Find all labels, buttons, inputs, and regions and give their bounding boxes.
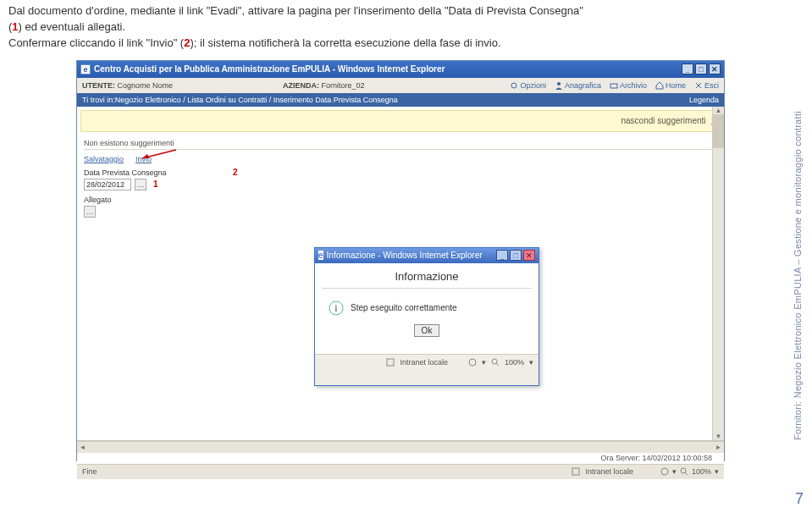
utente-value: Cognome Nome [118,81,174,90]
window-title: Centro Acquisti per la Pubblica Amminist… [94,64,445,74]
legend-link[interactable]: Legenda [689,96,719,104]
dialog-heading: Informazione [322,267,532,289]
zone-icon [572,467,580,476]
svg-rect-5 [572,468,579,475]
page-number: 7 [795,490,804,508]
side-label-area: Fornitori: Negozio Elettronico EmPULIA –… [790,85,805,440]
instr-line2c: ); il sistema notificherà la corretta es… [190,36,500,49]
person-icon [555,81,563,90]
svg-rect-2 [610,84,617,88]
server-time: Ora Server: 14/02/2012 10:00:58 [77,453,724,464]
svg-line-8 [685,472,688,475]
salvataggio-link[interactable]: Salvataggio [84,155,124,163]
dialog-zoom-level: 100% [505,358,524,367]
svg-point-0 [511,83,516,88]
scroll-down-icon[interactable]: ▼ [713,433,724,440]
protected-mode-icon [468,358,477,367]
ie-icon: e [80,64,91,74]
scroll-thumb[interactable] [713,114,724,148]
home-icon [655,81,664,90]
link-archivio[interactable]: Archivio [610,81,647,90]
dialog-minimize-button[interactable]: _ [496,250,508,261]
browser-status-bar: Fine Intranet locale ▾ 100% ▾ [77,464,724,479]
scroll-right-icon[interactable]: ► [713,444,724,451]
link-home[interactable]: Home [655,81,686,90]
dialog-status-bar: Intranet locale ▾ 100% ▾ [315,355,539,370]
zoom-level: 100% [692,467,711,476]
marker-1: 1 [12,20,18,33]
annotation-2: 2 [233,168,238,177]
breadcrumb: Ti trovi in:Negozio Elettronico / Lista … [77,93,724,107]
action-links: Salvataggio Invio [84,155,717,163]
scroll-up-icon[interactable]: ▲ [713,107,724,114]
dialog-body: Informazione i Step eseguito correttamen… [315,263,539,355]
link-esci[interactable]: Esci [694,81,719,90]
maximize-button[interactable]: □ [695,63,707,74]
minimize-button[interactable]: _ [682,63,693,74]
no-suggestions-text: Non esistono suggerimenti [84,139,717,147]
user-bar: UTENTE: Cognome Nome AZIENDA: Fornitore_… [77,78,724,93]
svg-point-1 [557,82,561,86]
info-bubble-icon: i [329,301,344,316]
vertical-scrollbar[interactable]: ▲ ▼ [712,107,724,440]
dialog-title: Informazione - Windows Internet Explorer [327,251,483,260]
hide-suggestions-link[interactable]: nascondi suggerimenti [621,116,705,125]
browser-window: e Centro Acquisti per la Pubblica Ammini… [76,60,725,461]
protected-mode-icon [660,467,669,476]
dialog-close-button[interactable]: ✕ [523,250,535,261]
azienda-value: Fornitore_02 [322,81,365,90]
info-dialog: e Informazione - Windows Internet Explor… [314,247,539,386]
status-text: Fine [82,467,97,476]
azienda-label: AZIENDA: [283,81,319,90]
instr-line1a: Dal documento d'ordine, mediante il link… [8,4,583,17]
horizontal-scrollbar[interactable]: ◄ ► [77,441,724,453]
gear-icon [510,81,518,90]
instr-line1d: ) ed eventuali allegati. [19,20,125,33]
scroll-left-icon[interactable]: ◄ [77,444,88,451]
side-vertical-text: Fornitori: Negozio Elettronico EmPULIA –… [793,111,803,440]
window-titlebar: e Centro Acquisti per la Pubblica Ammini… [77,61,724,78]
ok-button[interactable]: Ok [414,324,440,337]
instruction-text: Dal documento d'ordine, mediante il link… [0,0,812,57]
allegato-label: Allegato [84,196,724,204]
svg-line-14 [496,363,499,366]
arrow-to-invio-icon [137,148,180,162]
zone-icon [386,358,395,367]
hint-bar: nascondi suggerimenti i [80,110,721,132]
svg-rect-11 [387,359,394,366]
zoom-icon [491,358,500,367]
close-button[interactable]: ✕ [709,63,721,74]
date-picker-button[interactable]: … [135,179,146,190]
link-anagrafica[interactable]: Anagrafica [555,81,601,90]
instr-line2a: Confermare cliccando il link "Invio" ( [8,36,184,49]
zoom-icon [680,467,688,476]
annotation-1: 1 [153,179,158,189]
svg-point-12 [469,359,476,366]
archive-icon [610,81,618,90]
zone-text: Intranet locale [585,467,633,476]
dialog-message: Step eseguito correttamente [351,303,457,312]
svg-marker-4 [142,154,149,158]
dialog-titlebar: e Informazione - Windows Internet Explor… [315,248,539,263]
breadcrumb-path: Ti trovi in:Negozio Elettronico / Lista … [82,96,398,104]
attachment-button[interactable]: … [84,206,96,218]
exit-icon [694,81,703,90]
ie-icon: e [318,251,323,260]
utente-label: UTENTE: [82,81,115,90]
date-label: Data Prevista Consegna [84,168,724,177]
dialog-maximize-button[interactable]: □ [510,250,522,261]
link-opzioni[interactable]: Opzioni [510,81,546,90]
dialog-zone-text: Intranet locale [400,358,448,367]
date-input[interactable]: 28/02/2012 [84,179,131,190]
svg-point-6 [661,468,668,475]
